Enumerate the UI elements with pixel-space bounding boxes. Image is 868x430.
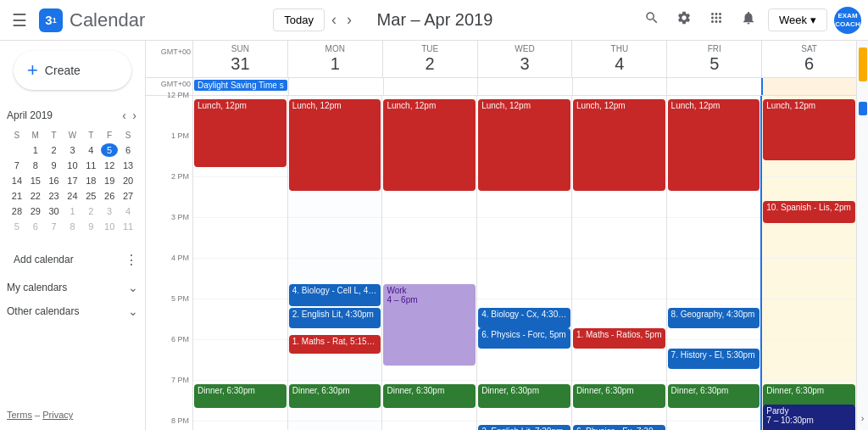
other-calendars-header[interactable]: Other calendars ⌄: [0, 298, 145, 321]
mini-cal-day[interactable]: 15: [27, 174, 44, 187]
today-button[interactable]: Today: [273, 8, 325, 31]
event-sat-spanish[interactable]: 10. Spanish - Lis, 2pm: [763, 201, 855, 223]
allday-cell-wed[interactable]: [478, 78, 572, 95]
mini-cal-day[interactable]: 16: [46, 174, 63, 187]
event-wed-biology[interactable]: 4. Biology - Cx, 4:30pm: [478, 308, 570, 328]
day-column-mon[interactable]: Lunch, 12pm 4. Biology - Cell L, 4pm 2. …: [288, 96, 383, 430]
settings-button[interactable]: [671, 5, 697, 35]
mini-cal-day[interactable]: 2: [46, 143, 63, 157]
mini-cal-day[interactable]: 9: [82, 220, 99, 233]
add-calendar-btn[interactable]: Add calendar: [7, 249, 81, 271]
allday-cell-fri[interactable]: [667, 78, 762, 95]
right-expand-btn[interactable]: ›: [861, 413, 865, 423]
mini-cal-day[interactable]: 13: [120, 159, 136, 172]
event-fri-geography[interactable]: 8. Geography, 4:30pm: [668, 308, 760, 328]
mini-cal-day[interactable]: 30: [46, 204, 63, 218]
event-thu-physics[interactable]: 6. Physics - Fx, 7:30pm: [573, 425, 665, 430]
mini-cal-day[interactable]: 10: [64, 159, 81, 172]
mini-cal-day[interactable]: 7: [46, 220, 63, 233]
dst-event[interactable]: Daylight Saving Time s: [194, 80, 287, 91]
day-column-wed[interactable]: Lunch, 12pm 4. Biology - Cx, 4:30pm 6. P…: [477, 96, 572, 430]
mini-cal-day[interactable]: 28: [8, 204, 25, 218]
event-tue-work[interactable]: Work 4 – 6pm: [383, 284, 476, 366]
mini-cal-next[interactable]: ›: [131, 107, 138, 124]
allday-cell-sat[interactable]: [763, 78, 856, 95]
event-fri-history[interactable]: 7. History - El, 5:30pm: [668, 349, 760, 369]
search-button[interactable]: [639, 5, 665, 35]
day-column-tue[interactable]: Lunch, 12pm Work 4 – 6pm Dinner, 6:30pm: [382, 96, 477, 430]
mini-cal-day[interactable]: 20: [120, 174, 136, 187]
mini-cal-day[interactable]: 9: [46, 159, 63, 172]
mini-cal-day[interactable]: 1: [27, 143, 44, 157]
mini-cal-day[interactable]: 3: [101, 204, 118, 218]
mini-cal-day[interactable]: 17: [64, 174, 81, 187]
mini-cal-day[interactable]: 12: [101, 159, 118, 172]
terms-link[interactable]: Terms: [7, 410, 32, 420]
event-thu-dinner[interactable]: Dinner, 6:30pm: [573, 384, 665, 408]
mini-cal-day[interactable]: 18: [82, 174, 99, 187]
mini-cal-day[interactable]: 11: [120, 220, 136, 233]
event-fri-lunch[interactable]: Lunch, 12pm: [668, 99, 760, 191]
mini-cal-day[interactable]: 11: [82, 159, 99, 172]
mini-cal-day[interactable]: 2: [82, 204, 99, 218]
mini-cal-day[interactable]: 22: [27, 189, 44, 203]
mini-cal-day[interactable]: 25: [82, 189, 99, 203]
mini-cal-day[interactable]: 26: [101, 189, 118, 203]
event-sat-lunch[interactable]: Lunch, 12pm: [763, 99, 855, 160]
allday-cell-sun[interactable]: Daylight Saving Time s: [193, 78, 289, 95]
event-sun-lunch[interactable]: Lunch, 12pm: [194, 99, 287, 167]
mini-cal-day[interactable]: 23: [46, 189, 63, 203]
mini-cal-day[interactable]: 21: [8, 189, 25, 203]
my-calendars-header[interactable]: My calendars ⌄: [0, 274, 145, 298]
event-tue-dinner[interactable]: Dinner, 6:30pm: [383, 384, 476, 408]
mini-cal-day[interactable]: 5: [101, 143, 118, 157]
mini-cal-day[interactable]: 4: [120, 204, 136, 218]
mini-cal-day[interactable]: 8: [64, 220, 81, 233]
mini-cal-day[interactable]: 4: [82, 143, 99, 157]
event-mon-lunch[interactable]: Lunch, 12pm: [289, 99, 381, 191]
next-button[interactable]: ›: [343, 8, 355, 32]
event-sun-dinner[interactable]: Dinner, 6:30pm: [194, 384, 287, 408]
event-mon-english[interactable]: 2. English Lit, 4:30pm: [289, 308, 381, 328]
week-view-button[interactable]: Week ▾: [768, 8, 827, 31]
day-header-sat[interactable]: SAT 6: [762, 41, 856, 77]
event-wed-dinner[interactable]: Dinner, 6:30pm: [478, 384, 570, 408]
day-column-sun[interactable]: Lunch, 12pm Dinner, 6:30pm: [193, 96, 288, 430]
allday-cell-mon[interactable]: [289, 78, 383, 95]
allday-cell-tue[interactable]: [384, 78, 478, 95]
day-column-fri[interactable]: Lunch, 12pm 8. Geography, 4:30pm 7. Hist…: [667, 96, 763, 430]
mini-cal-day[interactable]: 5: [8, 220, 25, 233]
event-mon-biology[interactable]: 4. Biology - Cell L, 4pm: [289, 284, 381, 306]
event-tue-lunch[interactable]: Lunch, 12pm: [383, 99, 476, 191]
mini-cal-day[interactable]: 24: [64, 189, 81, 203]
event-sat-pardy[interactable]: Pardy 7 – 10:30pm: [763, 405, 855, 430]
menu-button[interactable]: ☰: [7, 5, 32, 36]
mini-cal-day[interactable]: 3: [64, 143, 81, 157]
mini-cal-day[interactable]: [8, 143, 25, 157]
apps-button[interactable]: [704, 5, 729, 35]
event-thu-lunch[interactable]: Lunch, 12pm: [573, 99, 665, 191]
create-button[interactable]: + Create: [14, 51, 131, 90]
mini-cal-day[interactable]: 14: [8, 174, 25, 187]
event-thu-maths[interactable]: 1. Maths - Ratios, 5pm: [573, 328, 665, 349]
mini-cal-day[interactable]: 27: [120, 189, 136, 203]
avatar[interactable]: EXAMCOACH: [834, 7, 861, 34]
day-header-tue[interactable]: TUE 2: [383, 41, 478, 77]
privacy-link[interactable]: Privacy: [42, 410, 73, 420]
event-wed-english[interactable]: 2. English Lit, 7:30pm: [478, 425, 570, 430]
mini-cal-day[interactable]: 7: [8, 159, 25, 172]
event-mon-dinner[interactable]: Dinner, 6:30pm: [289, 384, 381, 408]
event-wed-lunch[interactable]: Lunch, 12pm: [478, 99, 570, 191]
event-mon-maths[interactable]: 1. Maths - Rat, 5:15pm: [289, 335, 381, 354]
day-header-sun[interactable]: SUN 31: [193, 41, 288, 77]
notifications-button[interactable]: [736, 5, 761, 35]
mini-cal-day[interactable]: 8: [27, 159, 44, 172]
day-column-thu[interactable]: Lunch, 12pm 1. Maths - Ratios, 5pm Dinne…: [572, 96, 667, 430]
event-fri-dinner[interactable]: Dinner, 6:30pm: [668, 384, 760, 408]
add-calendar-more[interactable]: ⋮: [125, 252, 138, 268]
day-header-fri[interactable]: FRI 5: [667, 41, 762, 77]
allday-cell-thu[interactable]: [573, 78, 667, 95]
event-wed-physics[interactable]: 6. Physics - Forc, 5pm: [478, 328, 570, 349]
day-header-mon[interactable]: MON 1: [288, 41, 383, 77]
mini-cal-day[interactable]: 29: [27, 204, 44, 218]
